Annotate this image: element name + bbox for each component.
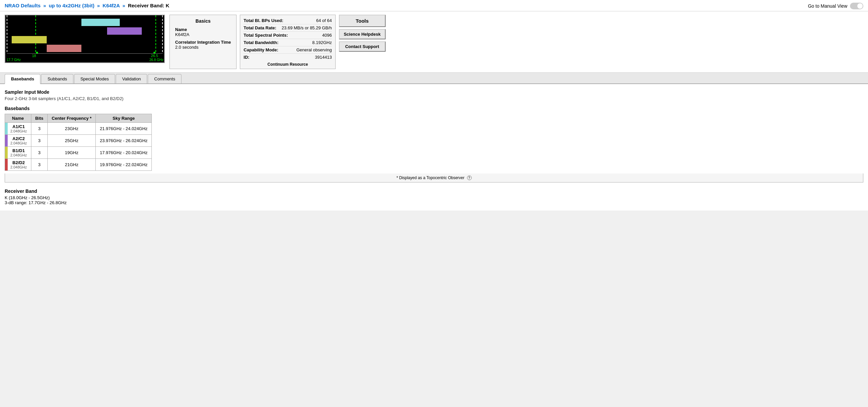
receiver-band: K (18.0GHz - 26.5GHz) xyxy=(5,195,863,200)
row-color-swatch xyxy=(5,135,8,147)
stats-rows: Total Bl. BPs Used:64 of 64Total Data Ra… xyxy=(244,17,332,61)
stats-key: Capability Mode: xyxy=(244,48,278,52)
continuum-label: Continuum Resource xyxy=(244,62,332,67)
basics-corr-value: 2.0 seconds xyxy=(175,45,231,50)
row-center: 23GHz xyxy=(48,123,96,135)
receiver-section: Receiver Band K (18.0GHz - 26.5GHz) 3-dB… xyxy=(5,188,863,205)
chart-label-265: 26.5 xyxy=(151,54,158,58)
tab-validation[interactable]: Validation xyxy=(116,74,147,84)
stats-val: 3914413 xyxy=(315,55,332,60)
stats-val: 4096 xyxy=(322,33,332,38)
stats-key: Total Spectral Points: xyxy=(244,33,288,38)
col-header-sky-range: Sky Range xyxy=(96,114,152,123)
chart-baseline xyxy=(7,53,163,54)
row-name-cell: A2/C22.048GHz xyxy=(5,135,31,147)
info-panel: Basics Name K64f2A Correlator Integratio… xyxy=(169,15,863,69)
row-subname: 2.048GHz xyxy=(10,129,27,133)
col-header-name: Name xyxy=(5,114,31,123)
main-header-panel: 18 26.5 17.7 GHz 26.8 GHz Basics Name K6… xyxy=(0,11,868,73)
breadcrumb-sep3: » xyxy=(122,3,125,8)
row-center: 21GHz xyxy=(48,159,96,171)
row-range: 23.976GHz - 26.024GHz xyxy=(96,135,152,147)
row-bits: 3 xyxy=(31,135,48,147)
stats-box: Total Bl. BPs Used:64 of 64Total Data Ra… xyxy=(240,15,335,69)
table-footnote: * Displayed as a Topocentric Observer ? xyxy=(5,174,863,183)
chart-label-18: 18 xyxy=(32,54,36,58)
breadcrumb-nrao[interactable]: NRAO Defaults xyxy=(5,3,41,8)
receiver-range: 3-dB range: 17.7GHz - 26.8GHz xyxy=(5,200,863,205)
breadcrumb-4x2ghz[interactable]: up to 4x2GHz (3bit) xyxy=(49,3,94,8)
chart-bar-b1d1 xyxy=(12,36,47,43)
row-bits: 3 xyxy=(31,123,48,135)
basebands-title: Basebands xyxy=(5,106,863,111)
basics-box: Basics Name K64f2A Correlator Integratio… xyxy=(169,15,237,69)
row-color-swatch xyxy=(5,159,8,170)
row-center: 19GHz xyxy=(48,147,96,159)
row-subname: 2.048GHz xyxy=(10,153,27,157)
row-subname: 2.048GHz xyxy=(10,141,27,145)
toggle-switch[interactable] xyxy=(850,3,863,9)
stats-val: General observing xyxy=(296,48,332,52)
table-row: A1/C12.048GHz323GHz21.976GHz - 24.024GHz xyxy=(5,123,152,135)
receiver-title: Receiver Band xyxy=(5,188,863,194)
breadcrumb-receiver: Receiver Band: K xyxy=(128,3,169,8)
row-center: 25GHz xyxy=(48,135,96,147)
chart-bar-a2c2 xyxy=(107,27,142,35)
stats-val: 23.69 MB/s or 85.29 GB/h xyxy=(282,25,332,30)
basics-name-section: Name K64f2A xyxy=(175,27,231,37)
stats-key: ID: xyxy=(244,55,249,60)
basebands-table: NameBitsCenter Frequency *Sky RangeA1/C1… xyxy=(5,114,152,171)
spectrum-chart: 18 26.5 17.7 GHz 26.8 GHz xyxy=(5,15,165,63)
content-area: Sampler Input Mode Four 2-GHz 3-bit samp… xyxy=(0,84,868,211)
stats-key: Total Data Rate: xyxy=(244,25,276,30)
row-name: B1/D1 xyxy=(10,148,27,153)
manual-view-label: Go to Manual View xyxy=(808,3,847,9)
row-name-cell: B2/D22.048GHz xyxy=(5,159,31,171)
breadcrumb: Go to Manual View NRAO Defaults » up to … xyxy=(0,0,868,11)
row-range: 17.976GHz - 20.024GHz xyxy=(96,147,152,159)
table-row: B1/D12.048GHz319GHz17.976GHz - 20.024GHz xyxy=(5,147,152,159)
contact-support-button[interactable]: Contact Support xyxy=(339,41,385,52)
science-helpdesk-button[interactable]: Science Helpdesk xyxy=(339,29,385,39)
row-bits: 3 xyxy=(31,159,48,171)
row-subname: 2.048GHz xyxy=(10,165,27,169)
row-range: 19.976GHz - 22.024GHz xyxy=(96,159,152,171)
row-name: B2/D2 xyxy=(10,160,27,165)
table-row: A2/C22.048GHz325GHz23.976GHz - 26.024GHz xyxy=(5,135,152,147)
col-header-bits: Bits xyxy=(31,114,48,123)
table-row: B2/D22.048GHz321GHz19.976GHz - 22.024GHz xyxy=(5,159,152,171)
tab-subbands[interactable]: Subbands xyxy=(41,74,73,84)
row-color-swatch xyxy=(5,147,8,158)
stats-row: Capability Mode:General observing xyxy=(244,46,332,54)
help-icon[interactable]: ? xyxy=(467,176,472,180)
row-color-swatch xyxy=(5,123,8,134)
manual-view-toggle[interactable]: Go to Manual View xyxy=(808,3,863,9)
basics-name-label: Name xyxy=(175,27,231,32)
stats-row: Total Spectral Points:4096 xyxy=(244,32,332,39)
sampler-title: Sampler Input Mode xyxy=(5,89,863,95)
stats-val: 64 of 64 xyxy=(316,18,332,23)
tab-comments[interactable]: Comments xyxy=(148,74,182,84)
breadcrumb-k64f2a[interactable]: K64f2A xyxy=(103,3,120,8)
basebands-table-wrapper: NameBitsCenter Frequency *Sky RangeA1/C1… xyxy=(5,114,863,183)
stats-val: 8.192GHz xyxy=(312,40,332,45)
basics-corr-section: Correlator Integration Time 2.0 seconds xyxy=(175,40,231,50)
row-name-cell: B1/D12.048GHz xyxy=(5,147,31,159)
tab-special-modes[interactable]: Special Modes xyxy=(74,74,115,84)
stats-row: Total Bandwidth:8.192GHz xyxy=(244,39,332,46)
row-bits: 3 xyxy=(31,147,48,159)
basics-title: Basics xyxy=(175,18,231,24)
row-range: 21.976GHz - 24.024GHz xyxy=(96,123,152,135)
stats-key: Total Bandwidth: xyxy=(244,40,278,45)
tab-basebands[interactable]: Basebands xyxy=(5,74,40,84)
stats-row: Total Data Rate:23.69 MB/s or 85.29 GB/h xyxy=(244,24,332,32)
breadcrumb-sep2: » xyxy=(97,3,100,8)
chart-bar-a1c1 xyxy=(82,19,119,26)
breadcrumb-sep1: » xyxy=(43,3,46,8)
stats-row: Total Bl. BPs Used:64 of 64 xyxy=(244,17,332,24)
tabs-bar: BasebandsSubbandsSpecial ModesValidation… xyxy=(0,73,868,84)
row-name-cell: A1/C12.048GHz xyxy=(5,123,31,135)
sampler-description: Four 2-GHz 3-bit samplers (A1/C1, A2/C2,… xyxy=(5,96,863,101)
col-header-center-frequency-: Center Frequency * xyxy=(48,114,96,123)
basics-name-value: K64f2A xyxy=(175,32,231,37)
